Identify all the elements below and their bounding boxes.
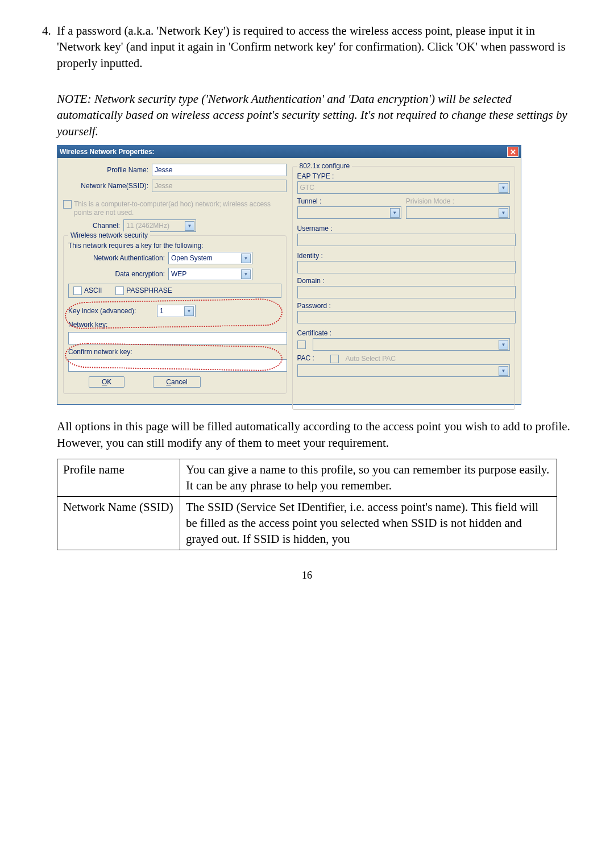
- chevron-down-icon: ▼: [499, 183, 508, 193]
- eap-select: GTC ▼: [297, 181, 511, 194]
- summary-text: All options in this page will be filled …: [34, 418, 580, 451]
- ascii-label: ASCII: [84, 286, 102, 294]
- tunnel-select: ▼: [297, 206, 401, 219]
- wireless-properties-dialog: Wireless Network Properties: ✕ Profile N…: [57, 145, 521, 405]
- step-number: 4.: [42, 23, 57, 39]
- passphrase-label: PASSPHRASE: [126, 286, 172, 294]
- ssid-label: Network Name(SSID):: [63, 182, 152, 190]
- table-cell: Network Name (SSID): [57, 496, 180, 550]
- chevron-down-icon: ▼: [499, 340, 508, 350]
- table-cell: The SSID (Service Set IDentifier, i.e. a…: [180, 496, 557, 550]
- dialog-titlebar: Wireless Network Properties: ✕: [57, 146, 521, 158]
- chevron-down-icon[interactable]: ▼: [241, 254, 251, 263]
- identity-input: [297, 261, 516, 273]
- username-input: [297, 234, 516, 246]
- password-input: [297, 311, 516, 323]
- privision-label: Privision Mode :: [406, 197, 510, 205]
- chevron-down-icon: ▼: [390, 208, 400, 218]
- page-number: 16: [34, 570, 580, 582]
- table-cell: You can give a name to this profile, so …: [180, 459, 557, 497]
- password-label: Password :: [297, 302, 511, 310]
- identity-label: Identity :: [297, 252, 511, 260]
- pac-label: PAC :: [297, 354, 326, 362]
- cert-label: Certificate :: [297, 329, 511, 337]
- cert-checkbox: [297, 340, 306, 349]
- cert-select: ▼: [313, 338, 511, 351]
- pac-chk-label: Auto Select PAC: [346, 355, 396, 363]
- pac-checkbox: [330, 355, 339, 363]
- chevron-down-icon: ▼: [499, 366, 508, 376]
- enc-select[interactable]: WEP ▼: [168, 268, 252, 280]
- callout-oval-2: [65, 343, 283, 372]
- domain-input: [297, 286, 516, 298]
- security-group: Wireless network security This network r…: [63, 235, 287, 394]
- chevron-down-icon: ▼: [499, 208, 508, 218]
- ascii-checkbox[interactable]: [73, 286, 82, 295]
- username-label: Username :: [297, 225, 511, 232]
- adhoc-checkbox: [63, 200, 72, 209]
- cancel-button[interactable]: Cancel: [153, 376, 200, 388]
- note-text: NOTE: Network security type ('Network Au…: [34, 91, 580, 139]
- privision-select: ▼: [406, 206, 510, 219]
- channel-label: Channel:: [86, 222, 123, 230]
- 8021x-group: 802.1x configure EAP TYPE : GTC ▼ Tunnel…: [292, 166, 516, 410]
- ssid-input: [152, 180, 287, 192]
- callout-oval-1: [65, 298, 283, 330]
- enc-label: Data encryption:: [68, 270, 168, 278]
- dialog-title: Wireless Network Properties:: [60, 148, 155, 156]
- channel-select: 11 (2462MHz) ▼: [123, 219, 196, 232]
- security-legend: Wireless network security: [68, 231, 150, 239]
- domain-label: Domain :: [297, 277, 511, 285]
- chevron-down-icon: ▼: [185, 221, 194, 231]
- profile-name-input[interactable]: [152, 164, 287, 176]
- auth-select[interactable]: Open System ▼: [168, 252, 252, 264]
- security-desc: This network requires a key for the foll…: [68, 242, 281, 250]
- 8021x-legend: 802.1x configure: [297, 162, 352, 170]
- tunnel-label: Tunnel :: [297, 197, 401, 205]
- step-text: 4.If a password (a.k.a. 'Network Key') i…: [34, 23, 580, 71]
- profile-name-label: Profile Name:: [63, 166, 152, 174]
- options-table: Profile name You can give a name to this…: [57, 459, 557, 550]
- chevron-down-icon[interactable]: ▼: [241, 269, 251, 279]
- ok-button[interactable]: OK: [89, 376, 125, 388]
- adhoc-label: This is a computer-to-computer(ad hoc) n…: [74, 200, 287, 217]
- eap-label: EAP TYPE :: [297, 172, 511, 180]
- passphrase-checkbox[interactable]: [115, 286, 124, 295]
- auth-label: Network Authentication:: [68, 254, 168, 262]
- table-cell: Profile name: [57, 459, 180, 497]
- pac-select: ▼: [297, 364, 511, 377]
- close-icon[interactable]: ✕: [507, 147, 518, 157]
